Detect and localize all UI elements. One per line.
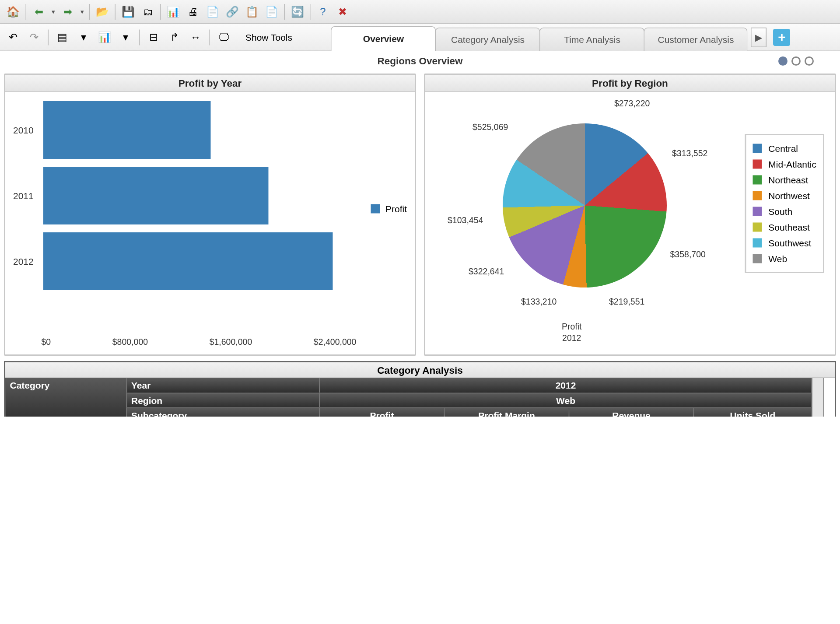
legend-swatch-icon xyxy=(752,254,762,263)
panel-title-left: Profit by Year xyxy=(5,75,415,92)
layout-icon[interactable]: ▤ xyxy=(53,28,72,46)
x-tick-3: $2,400,000 xyxy=(314,337,357,347)
back-icon[interactable]: ⬅ xyxy=(30,2,48,21)
help-icon[interactable]: ? xyxy=(314,2,332,21)
show-tools-button[interactable]: Show Tools xyxy=(236,27,302,47)
add-tab-button[interactable]: + xyxy=(773,28,790,46)
print-icon[interactable]: 🖨 xyxy=(184,2,202,21)
legend-swatch-icon xyxy=(752,223,762,232)
pie-label-273: $273,220 xyxy=(614,98,650,109)
swap-icon[interactable]: ↱ xyxy=(165,28,184,46)
tab-category-analysis[interactable]: Category Analysis xyxy=(435,27,540,51)
page-dot-1[interactable] xyxy=(778,56,788,66)
th-category[interactable]: Category xyxy=(5,378,127,417)
legend-row-mid-atlantic[interactable]: Mid-Atlantic xyxy=(752,156,816,172)
tab-customer-analysis[interactable]: Customer Analysis xyxy=(644,27,748,51)
legend-label: Web xyxy=(768,253,787,264)
th-profit[interactable]: Profit xyxy=(320,408,444,417)
remove-col-icon[interactable]: ⊟ xyxy=(144,28,163,46)
bar-2010[interactable] xyxy=(43,101,211,159)
main-toolbar: 🏠 ⬅ ▾ ➡ ▾ 📂 💾 🗂 📊 🖨 📄 🔗 📋 📄 🔄 ? ✖ xyxy=(0,0,840,24)
th-scrollbar xyxy=(812,378,824,417)
legend-row-southeast[interactable]: Southeast xyxy=(752,219,816,235)
tab-scroll-right-icon[interactable]: ▶ xyxy=(751,27,766,47)
undo-icon[interactable]: ↶ xyxy=(4,28,22,46)
panel-profit-by-year: Profit by Year 2010 2011 2012 $0 $800,00… xyxy=(4,74,416,356)
panel-profit-by-region: Profit by Region $273,220 $313,552 $358,… xyxy=(424,74,836,356)
page-dot-2[interactable] xyxy=(791,56,801,66)
th-year[interactable]: Year xyxy=(127,378,320,393)
th-year-val[interactable]: 2012 xyxy=(320,378,812,393)
close-icon[interactable]: ✖ xyxy=(333,2,352,21)
pdf-icon[interactable]: 📄 xyxy=(203,2,222,21)
back-dropdown-icon[interactable]: ▾ xyxy=(49,2,57,21)
th-margin[interactable]: Profit Margin xyxy=(444,408,569,417)
home-icon[interactable]: 🏠 xyxy=(4,2,22,21)
th-subcategory[interactable]: Subcategory xyxy=(127,408,320,417)
legend-swatch-icon xyxy=(752,175,762,185)
legend-swatch-icon xyxy=(752,144,762,153)
bar-label-2010: 2010 xyxy=(13,125,34,135)
bar-chart[interactable]: 2010 2011 2012 xyxy=(43,97,352,320)
legend-row-northwest[interactable]: Northwest xyxy=(752,188,816,203)
bar-2012[interactable] xyxy=(43,232,333,290)
chart-type-icon[interactable]: 📊 xyxy=(95,28,114,46)
tab-overview[interactable]: Overview xyxy=(331,26,436,51)
legend-row-web[interactable]: Web xyxy=(752,251,816,266)
pie-label-103: $103,454 xyxy=(448,215,483,225)
save-as-icon[interactable]: 🗂 xyxy=(139,2,157,21)
pie-label-219: $219,551 xyxy=(609,297,644,307)
legend-label: Southeast xyxy=(768,222,810,232)
page-dots xyxy=(778,56,814,66)
th-units[interactable]: Units Sold xyxy=(694,408,812,417)
legend-swatch-icon xyxy=(752,207,762,216)
legend-swatch-icon xyxy=(371,204,380,214)
legend-regions: CentralMid-AtlanticNortheastNorthwestSou… xyxy=(745,134,824,273)
legend-label: Mid-Atlantic xyxy=(768,159,816,169)
legend-label: Southwest xyxy=(768,238,811,248)
table-title: Category Analysis xyxy=(5,362,835,378)
redo-icon[interactable]: ↷ xyxy=(25,28,43,46)
refresh-icon[interactable]: 🔄 xyxy=(288,2,307,21)
tab-time-analysis[interactable]: Time Analysis xyxy=(540,27,645,51)
legend-row-southwest[interactable]: Southwest xyxy=(752,235,816,251)
legend-profit: Profit xyxy=(371,203,407,214)
legend-swatch-icon xyxy=(752,160,762,169)
link-icon[interactable]: 🔗 xyxy=(223,2,242,21)
copy-icon[interactable]: 📋 xyxy=(243,2,261,21)
legend-label: Central xyxy=(768,143,798,154)
legend-label: Northwest xyxy=(768,190,810,201)
legend-row-south[interactable]: South xyxy=(752,203,816,219)
th-region-val[interactable]: Web xyxy=(320,393,812,409)
legend-label: Northeast xyxy=(768,175,808,185)
chart-icon[interactable]: 📊 xyxy=(164,2,182,21)
legend-row-northeast[interactable]: Northeast xyxy=(752,172,816,188)
legend-swatch-icon xyxy=(752,238,762,248)
screen-icon[interactable]: 🖵 xyxy=(215,28,233,46)
pie-label-322: $322,641 xyxy=(469,266,504,277)
layout-dd-icon[interactable]: ▾ xyxy=(74,28,93,46)
legend-row-central[interactable]: Central xyxy=(752,140,816,156)
folder-icon[interactable]: 📂 xyxy=(93,2,112,21)
x-tick-0: $0 xyxy=(42,337,51,347)
bar-label-2011: 2011 xyxy=(13,190,34,201)
pie-label-133: $133,210 xyxy=(521,297,556,307)
save-icon[interactable]: 💾 xyxy=(119,2,137,21)
bar-2011[interactable] xyxy=(43,167,269,224)
expand-icon[interactable]: ↔ xyxy=(186,28,205,46)
th-revenue[interactable]: Revenue xyxy=(569,408,694,417)
page-title: Regions Overview xyxy=(0,51,840,67)
pie-chart[interactable]: $273,220 $313,552 $358,700 $219,551 $133… xyxy=(430,97,830,349)
page-icon[interactable]: 📄 xyxy=(262,2,281,21)
page-dot-3[interactable] xyxy=(805,56,814,66)
bar-label-2012: 2012 xyxy=(13,256,34,266)
chart-dd-icon[interactable]: ▾ xyxy=(116,28,135,46)
category-analysis-table: Category Analysis CategoryYear2012Region… xyxy=(4,361,836,417)
legend-label: South xyxy=(768,206,792,217)
panel-title-right: Profit by Region xyxy=(425,75,835,92)
forward-dropdown-icon[interactable]: ▾ xyxy=(78,2,86,21)
th-region[interactable]: Region xyxy=(127,393,320,409)
pie-label-358: $358,700 xyxy=(670,249,706,259)
forward-icon[interactable]: ➡ xyxy=(59,2,77,21)
x-axis: $0 $800,000 $1,600,000 $2,400,000 xyxy=(42,337,357,347)
